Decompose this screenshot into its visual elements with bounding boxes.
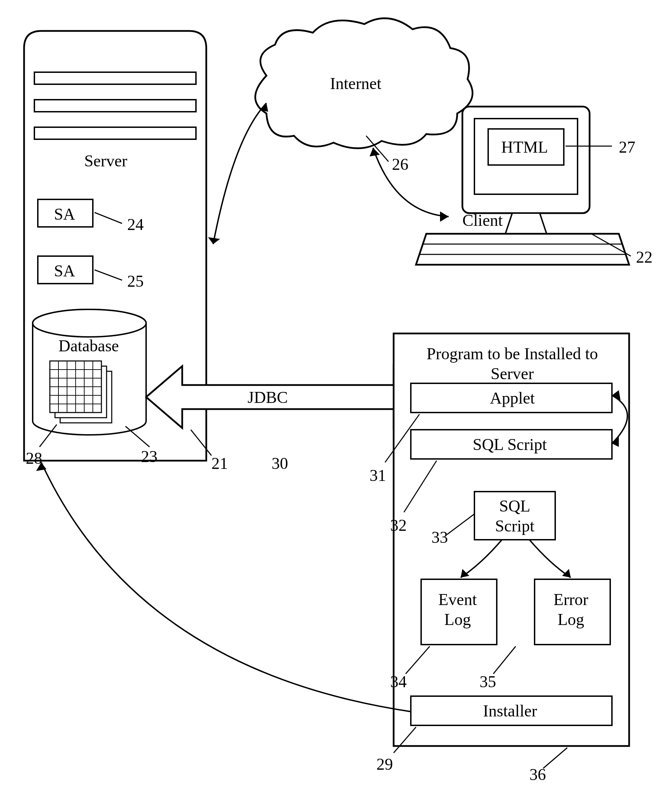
- sql-script1-label: SQL Script: [473, 435, 547, 454]
- internet-label: Internet: [330, 74, 381, 93]
- ref-28: 28: [26, 448, 42, 467]
- installer-label: Installer: [483, 701, 537, 720]
- ref-35: 35: [479, 672, 496, 691]
- jdbc-label: JDBC: [248, 388, 288, 407]
- sa1-label: SA: [54, 205, 75, 223]
- ref-29: 29: [376, 755, 393, 773]
- database-label: Database: [58, 336, 119, 355]
- ref-24: 24: [127, 215, 144, 234]
- diagram-svg: [0, 0, 658, 812]
- ref-31: 31: [370, 466, 386, 485]
- ref-26: 26: [392, 155, 409, 174]
- sa2-label: SA: [54, 261, 75, 280]
- program-box-label: Program to be Installed to Server: [420, 344, 605, 383]
- ref-21: 21: [212, 454, 228, 473]
- event-log-label: Event Log: [438, 589, 477, 629]
- system-diagram: Server SA SA Database Internet HTML Clie…: [0, 0, 658, 812]
- ref-32: 32: [390, 516, 407, 535]
- server-label: Server: [84, 151, 127, 170]
- error-log-label: Error Log: [553, 589, 588, 629]
- html-label: HTML: [501, 138, 548, 157]
- svg-line-55: [543, 748, 567, 768]
- ref-23: 23: [141, 447, 157, 466]
- ref-25: 25: [127, 271, 144, 290]
- ref-30: 30: [272, 454, 288, 473]
- ref-33: 33: [431, 528, 448, 547]
- applet-label: Applet: [490, 389, 535, 408]
- client-label: Client: [462, 211, 503, 230]
- ref-36: 36: [530, 765, 546, 784]
- sql-script2-label: SQL Script: [495, 496, 534, 536]
- ref-34: 34: [390, 672, 407, 691]
- ref-27: 27: [619, 138, 635, 157]
- svg-marker-25: [208, 237, 220, 244]
- svg-point-6: [33, 309, 146, 337]
- svg-marker-28: [440, 212, 449, 222]
- ref-22: 22: [636, 248, 652, 266]
